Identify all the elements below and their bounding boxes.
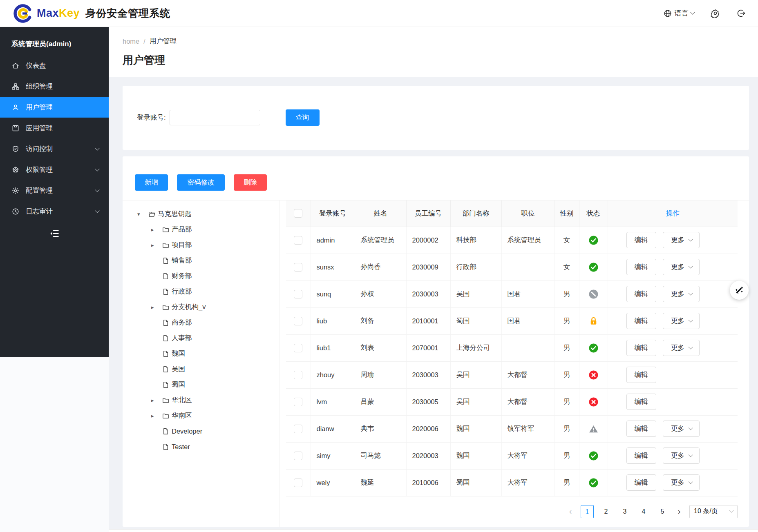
- logout-icon[interactable]: [736, 9, 746, 18]
- edit-button[interactable]: 编辑: [626, 447, 656, 464]
- edit-button[interactable]: 编辑: [626, 259, 656, 275]
- sidebar-collapse-row: [0, 228, 109, 239]
- edit-button[interactable]: 编辑: [626, 313, 656, 329]
- tree-node[interactable]: 吴国: [123, 361, 279, 377]
- tree-caret-icon[interactable]: ▸: [151, 413, 162, 419]
- prev-page-icon[interactable]: ‹: [566, 507, 575, 516]
- col-employee-id: 员工编号: [406, 200, 450, 227]
- delete-button[interactable]: 删除: [234, 174, 267, 191]
- tree-node[interactable]: ▾ 马克思钥匙: [123, 206, 279, 222]
- more-button[interactable]: 更多: [663, 340, 700, 356]
- chevron-down-icon: [689, 425, 693, 430]
- settings-gear-icon[interactable]: [711, 9, 720, 18]
- tree-caret-icon[interactable]: ▾: [137, 211, 148, 217]
- language-switcher[interactable]: 语言: [663, 9, 694, 18]
- more-label: 更多: [671, 289, 684, 298]
- tree-node[interactable]: ▸ 项目部: [123, 237, 279, 253]
- edit-button[interactable]: 编辑: [626, 394, 656, 410]
- tree-node[interactable]: ▸ 华南区: [123, 408, 279, 423]
- more-button[interactable]: 更多: [663, 259, 700, 275]
- tree-node[interactable]: 魏国: [123, 346, 279, 361]
- chevron-down-icon: [689, 237, 693, 241]
- chevron-down-icon: [689, 318, 693, 322]
- tree-caret-icon[interactable]: ▸: [151, 242, 162, 248]
- more-button[interactable]: 更多: [663, 447, 700, 464]
- page-number-4[interactable]: 4: [637, 505, 650, 518]
- magic-wand-fab[interactable]: [730, 281, 749, 300]
- tree-node[interactable]: 人事部: [123, 330, 279, 346]
- sidebar-item-user[interactable]: 用户管理: [0, 97, 109, 118]
- tree-node-label: 蜀国: [172, 380, 185, 389]
- edit-button[interactable]: 编辑: [626, 286, 656, 302]
- edit-button[interactable]: 编辑: [626, 232, 656, 248]
- page-number-1[interactable]: 1: [581, 505, 594, 518]
- row-checkbox[interactable]: [294, 236, 302, 245]
- more-button[interactable]: 更多: [663, 421, 700, 437]
- sidebar-item-gear[interactable]: 配置管理: [0, 180, 109, 201]
- row-checkbox[interactable]: [294, 398, 302, 406]
- page-number-2[interactable]: 2: [599, 505, 613, 518]
- tree-caret-icon[interactable]: ▸: [151, 397, 162, 403]
- cell-department: 魏国: [450, 415, 501, 442]
- sidebar-menu: 仪表盘 组织管理 用户管理 应用管理 访问控制 权限管理 配置管理 日志审计: [0, 55, 109, 222]
- tree-node[interactable]: 销售部: [123, 253, 279, 268]
- tree-node-label: 行政部: [172, 287, 192, 296]
- tree-node[interactable]: ▸ 分支机构_v: [123, 299, 279, 315]
- sidebar-item-org[interactable]: 组织管理: [0, 76, 109, 97]
- query-button[interactable]: 查询: [286, 109, 320, 126]
- file-icon: [162, 319, 172, 327]
- tree-node[interactable]: 财务部: [123, 268, 279, 284]
- edit-button[interactable]: 编辑: [626, 340, 656, 356]
- chevron-down-icon: [95, 187, 99, 192]
- perm-icon: [11, 166, 20, 174]
- more-label: 更多: [671, 478, 684, 487]
- sidebar-item-shield[interactable]: 访问控制: [0, 138, 109, 159]
- page-number-3[interactable]: 3: [618, 505, 631, 518]
- tree-node[interactable]: ▸ 产品部: [123, 222, 279, 237]
- table-row: admin 系统管理员 2000002 科技部 系统管理员 女 编辑 更多: [286, 227, 738, 254]
- tree-node[interactable]: 行政部: [123, 284, 279, 299]
- row-checkbox[interactable]: [294, 263, 302, 272]
- sidebar-user-title: 系统管理员(admin): [0, 27, 109, 55]
- tree-node[interactable]: Developer: [123, 423, 279, 439]
- row-checkbox[interactable]: [294, 317, 302, 325]
- breadcrumb-home-link[interactable]: home: [123, 38, 139, 45]
- edit-button[interactable]: 编辑: [626, 474, 656, 491]
- more-button[interactable]: 更多: [663, 474, 700, 491]
- row-checkbox[interactable]: [294, 344, 302, 352]
- add-button[interactable]: 新增: [135, 174, 168, 191]
- table-row: dianw 典韦 2020006 魏国 镇军将军 男 编辑 更多: [286, 415, 738, 442]
- cell-gender: 男: [555, 388, 579, 415]
- row-checkbox[interactable]: [294, 479, 302, 487]
- row-checkbox[interactable]: [294, 452, 302, 460]
- edit-button[interactable]: 编辑: [626, 367, 656, 383]
- more-button[interactable]: 更多: [663, 232, 700, 248]
- menu-fold-icon[interactable]: [49, 228, 60, 239]
- col-actions[interactable]: 操作: [608, 200, 738, 227]
- page-size-select[interactable]: 10 条/页: [689, 505, 738, 518]
- login-account-input[interactable]: [170, 110, 260, 125]
- select-all-checkbox[interactable]: [294, 209, 302, 218]
- row-checkbox[interactable]: [294, 371, 302, 379]
- change-password-button[interactable]: 密码修改: [177, 174, 225, 191]
- edit-button[interactable]: 编辑: [626, 421, 656, 437]
- row-checkbox[interactable]: [294, 290, 302, 298]
- page-number-5[interactable]: 5: [656, 505, 669, 518]
- tree-caret-icon[interactable]: ▸: [151, 227, 162, 233]
- sidebar-item-home[interactable]: 仪表盘: [0, 55, 109, 76]
- tree-node[interactable]: ▸ 华北区: [123, 392, 279, 408]
- tree-node[interactable]: 蜀国: [123, 377, 279, 392]
- more-button[interactable]: 更多: [663, 313, 700, 329]
- col-login: 登录账号: [311, 200, 355, 227]
- tree-caret-icon[interactable]: ▸: [151, 304, 162, 310]
- cell-position: [501, 334, 555, 361]
- row-checkbox[interactable]: [294, 425, 302, 433]
- next-page-icon[interactable]: ›: [675, 507, 684, 516]
- cell-employee-id: 2030005: [406, 388, 450, 415]
- more-button[interactable]: 更多: [663, 286, 700, 302]
- sidebar-item-clock[interactable]: 日志审计: [0, 201, 109, 222]
- sidebar-item-app[interactable]: 应用管理: [0, 118, 109, 138]
- tree-node[interactable]: 商务部: [123, 315, 279, 330]
- tree-node[interactable]: Tester: [123, 439, 279, 454]
- sidebar-item-perm[interactable]: 权限管理: [0, 159, 109, 180]
